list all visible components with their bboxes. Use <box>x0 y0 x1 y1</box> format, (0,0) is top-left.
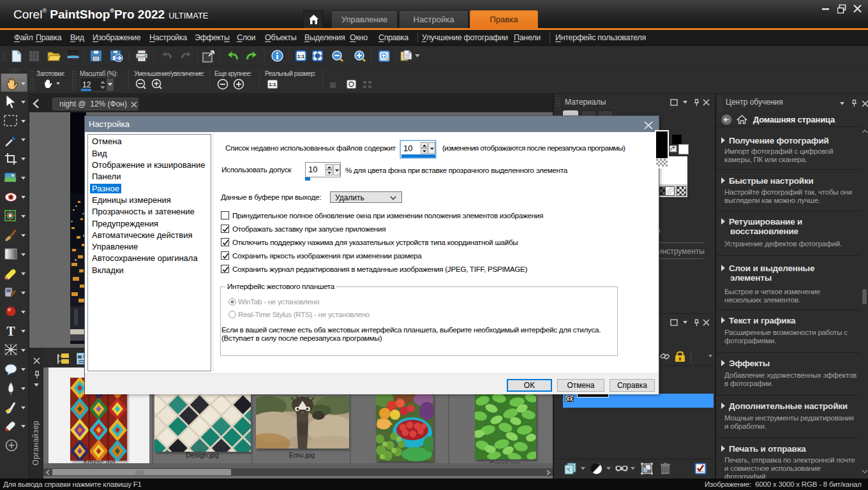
svg-text:T: T <box>6 324 15 338</box>
svg-text:1:1: 1:1 <box>297 54 305 59</box>
svg-text:1:1: 1:1 <box>269 82 276 87</box>
